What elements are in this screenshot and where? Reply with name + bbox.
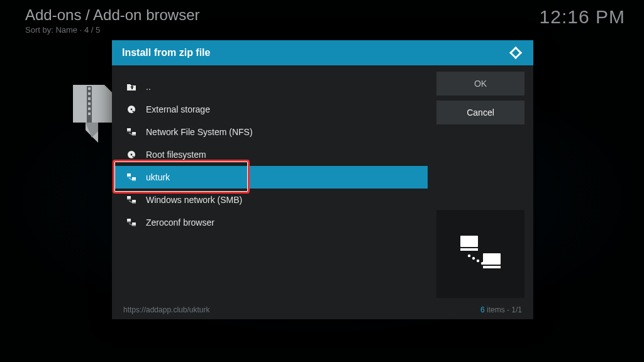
list-item[interactable]: Network File System (NFS): [114, 121, 428, 143]
list-item[interactable]: Root filesystem: [114, 143, 428, 166]
list-item[interactable]: ukturk: [114, 166, 428, 189]
svg-rect-5: [88, 107, 91, 110]
sort-indicator: Sort by: Name · 4 / 5: [25, 25, 200, 35]
install-from-zip-dialog: Install from zip file ..External storage…: [112, 40, 533, 319]
svg-point-38: [129, 223, 130, 224]
zip-file-icon: [69, 85, 118, 145]
kodi-logo-icon: [508, 45, 523, 60]
svg-rect-1: [88, 87, 91, 90]
list-item-label: Zeroconf browser: [146, 217, 214, 228]
list-item-label: Root filesystem: [146, 150, 206, 160]
dialog-title: Install from zip file: [122, 47, 210, 58]
list-item[interactable]: Windows network (SMB): [114, 189, 428, 211]
svg-rect-35: [127, 222, 131, 222]
list-item-label: Network File System (NFS): [146, 127, 253, 137]
dialog-header: Install from zip file: [112, 40, 533, 65]
svg-point-14: [129, 133, 130, 134]
svg-point-24: [129, 178, 130, 179]
svg-rect-34: [127, 219, 131, 221]
svg-rect-2: [88, 92, 91, 95]
list-item[interactable]: Zeroconf browser: [114, 211, 428, 234]
svg-rect-12: [132, 132, 136, 134]
svg-point-32: [130, 201, 131, 202]
svg-rect-11: [127, 131, 131, 132]
dialog-sidebar: OK Cancel: [436, 72, 525, 298]
svg-rect-22: [132, 177, 136, 180]
list-item-label: ..: [146, 82, 151, 92]
clock: 12:16 PM: [540, 6, 625, 28]
svg-point-40: [131, 224, 133, 226]
svg-point-48: [481, 262, 484, 265]
svg-rect-28: [127, 199, 131, 200]
svg-point-8: [131, 109, 133, 111]
network-icon: [126, 218, 137, 227]
network-icon: [126, 128, 137, 136]
network-icon: [126, 195, 137, 204]
hdd-icon: [126, 150, 137, 159]
svg-point-31: [129, 200, 130, 202]
svg-rect-20: [127, 173, 131, 176]
list-item-label: Windows network (SMB): [146, 195, 242, 205]
svg-rect-36: [132, 222, 136, 225]
ok-button[interactable]: OK: [436, 72, 525, 96]
footer-count: 6 items - 1/1: [480, 305, 522, 314]
cancel-button[interactable]: Cancel: [436, 101, 525, 124]
dialog-footer: https://addapp.club/ukturk 6 items - 1/1: [112, 300, 533, 319]
breadcrumb: Add-ons / Add-on browser: [25, 6, 200, 24]
list-item-label: ukturk: [146, 172, 170, 182]
svg-point-46: [472, 257, 475, 260]
list-item[interactable]: External storage: [114, 98, 428, 121]
svg-rect-42: [460, 248, 478, 251]
svg-point-16: [131, 134, 133, 135]
svg-rect-44: [483, 266, 501, 268]
svg-point-39: [130, 224, 131, 225]
svg-point-26: [131, 179, 133, 180]
svg-point-47: [477, 260, 479, 262]
svg-rect-29: [132, 200, 136, 202]
list-item[interactable]: ..: [114, 75, 428, 98]
network-share-icon: [455, 232, 506, 276]
svg-rect-4: [88, 102, 91, 105]
folder-up-icon: [126, 82, 137, 91]
preview-panel: [436, 210, 525, 298]
svg-rect-27: [127, 196, 131, 199]
svg-rect-30: [132, 203, 136, 204]
network-icon: [126, 173, 137, 182]
topbar: Add-ons / Add-on browser Sort by: Name ·…: [25, 6, 625, 35]
svg-rect-13: [132, 135, 136, 136]
hdd-icon: [126, 105, 137, 114]
svg-rect-10: [127, 128, 131, 131]
svg-point-15: [130, 133, 131, 134]
list-item-label: External storage: [146, 104, 210, 114]
svg-rect-6: [88, 112, 91, 115]
svg-rect-37: [132, 226, 136, 226]
svg-point-18: [131, 154, 133, 156]
svg-rect-43: [483, 253, 501, 265]
footer-path: https://addapp.club/ukturk: [123, 305, 209, 314]
svg-rect-23: [132, 180, 136, 181]
file-list[interactable]: ..External storageNetwork File System (N…: [114, 72, 428, 298]
svg-rect-21: [127, 177, 131, 177]
svg-point-25: [130, 178, 131, 180]
svg-rect-41: [460, 236, 478, 247]
svg-point-45: [468, 255, 470, 257]
svg-point-33: [131, 202, 133, 203]
svg-rect-3: [88, 97, 91, 100]
